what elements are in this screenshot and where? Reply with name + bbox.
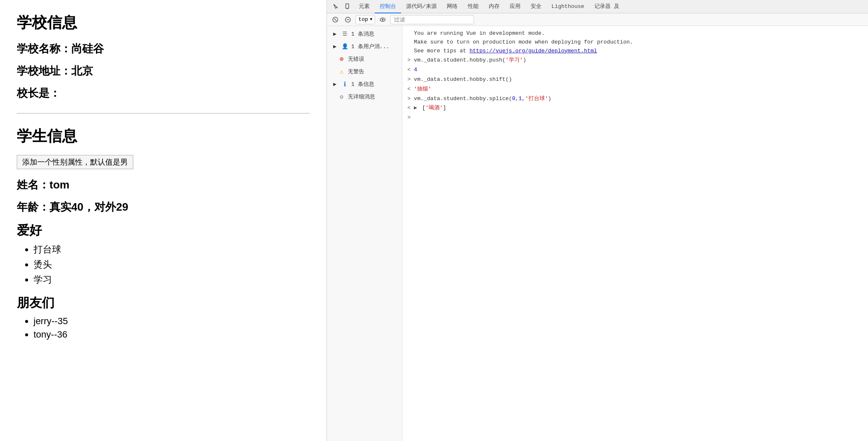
console-text: Make sure to turn on production mode whe…	[407, 38, 863, 47]
eye-icon[interactable]	[378, 15, 388, 25]
tab-elements[interactable]: 元素	[354, 0, 375, 13]
console-text: < '抽烟'	[407, 85, 863, 94]
result-value: ['喝酒']	[419, 105, 446, 111]
filter-icon[interactable]	[343, 15, 353, 25]
school-address-value: 北京	[71, 64, 93, 77]
expand-arrow-icon: ▶	[331, 30, 339, 38]
result-value: '抽烟'	[414, 86, 432, 92]
school-section-title: 学校信息	[17, 13, 310, 33]
sidebar-item-info[interactable]: ▶ ℹ 1 条信息	[327, 78, 402, 90]
deployment-link[interactable]: https://vuejs.org/guide/deployment.html	[469, 48, 597, 54]
svg-rect-1	[347, 8, 348, 9]
info-icon: ℹ	[341, 80, 349, 88]
sidebar-item-messages[interactable]: ▶ ☰ 1 条消息	[327, 28, 402, 40]
sidebar-warnings-label: 无警告	[348, 68, 398, 75]
spacer	[331, 55, 335, 63]
console-sidebar: ▶ ☰ 1 条消息 ▶ 👤 1 条用户消... ⊗ 无错误 ⚠ 无警告 ▶	[327, 26, 402, 441]
prompt-arrow: >	[407, 76, 414, 83]
verbose-icon: ⚙	[338, 93, 345, 101]
list-item: 学习	[34, 273, 310, 286]
tab-lighthouse[interactable]: Lighthouse	[547, 0, 589, 13]
tab-performance[interactable]: 性能	[463, 0, 484, 13]
devtools-toolbar: top ▼	[327, 13, 868, 26]
tab-sources[interactable]: 源代码/来源	[401, 0, 442, 13]
result-arrow: <	[407, 105, 414, 111]
school-name-label: 学校名称：	[17, 42, 71, 55]
school-name-field: 学校名称：尚硅谷	[17, 41, 310, 56]
sidebar-item-errors[interactable]: ⊗ 无错误	[327, 53, 402, 65]
principal-field: 校长是：	[17, 86, 310, 101]
console-command-3: > vm._data.student.hobby.splice(0,1,'打台球…	[407, 95, 863, 103]
school-address-label: 学校地址：	[17, 64, 71, 77]
sidebar-item-verbose[interactable]: ⚙ 无详细消息	[327, 90, 402, 103]
list-item: 烫头	[34, 258, 310, 271]
sidebar-item-user-messages[interactable]: ▶ 👤 1 条用户消...	[327, 40, 402, 53]
principal-label: 校长是：	[17, 87, 60, 99]
tab-console[interactable]: 控制台	[375, 0, 401, 13]
console-text: < ▶ ['喝酒']	[407, 104, 863, 113]
age-label: 年龄：	[17, 201, 49, 213]
add-gender-button[interactable]: 添加一个性别属性，默认值是男	[17, 155, 133, 169]
sidebar-info-label: 1 条信息	[351, 80, 398, 88]
spacer2	[331, 68, 335, 75]
command-text: vm._data.student.hobby.shift()	[414, 76, 512, 83]
name-value: tom	[49, 178, 70, 191]
expand-arrow-icon-3: ▶	[331, 80, 339, 88]
console-text: > vm._data.student.hobby.splice(0,1,'打台球…	[407, 95, 863, 103]
console-command-2: > vm._data.student.hobby.shift()	[407, 75, 863, 84]
hobby-title: 爱好	[17, 222, 310, 239]
list-item: tony--36	[34, 329, 310, 340]
devtools-panel: 元素 控制台 源代码/来源 网络 性能 内存 应用 安全 Lighthouse …	[327, 0, 868, 441]
tab-network[interactable]: 网络	[442, 0, 463, 13]
sidebar-messages-label: 1 条消息	[351, 30, 398, 38]
age-field: 年龄：真实40，对外29	[17, 200, 310, 214]
inspect-element-icon[interactable]	[330, 1, 342, 13]
list-item: jerry--35	[34, 316, 310, 327]
console-result-3: < ▶ ['喝酒']	[407, 104, 863, 113]
list-item: 打台球	[34, 243, 310, 256]
chevron-down-icon: ▼	[370, 17, 372, 22]
tab-application[interactable]: 应用	[505, 0, 526, 13]
result-arrow: <	[407, 86, 414, 92]
school-address-field: 学校地址：北京	[17, 64, 310, 78]
devtools-main: ▶ ☰ 1 条消息 ▶ 👤 1 条用户消... ⊗ 无错误 ⚠ 无警告 ▶	[327, 26, 868, 441]
console-text: See more tips at https://vuejs.org/guide…	[407, 47, 863, 56]
console-prompt-line: >	[407, 113, 863, 122]
list-icon: ☰	[341, 30, 349, 38]
filter-input[interactable]	[390, 15, 474, 24]
tab-security[interactable]: 安全	[526, 0, 547, 13]
tab-recorder[interactable]: 记录器 及	[589, 0, 624, 13]
expand-arrow-icon-2: ▶	[331, 43, 339, 50]
svg-rect-0	[346, 4, 349, 8]
console-result-1: < 4	[407, 66, 863, 75]
clear-console-icon[interactable]	[330, 15, 340, 25]
context-selector[interactable]: top ▼	[355, 15, 375, 24]
console-text: > vm._data.student.hobby.shift()	[407, 75, 863, 84]
name-label: 姓名：	[17, 178, 49, 191]
console-vue-warning: You are running Vue in development mode.…	[407, 29, 863, 55]
console-command-1: > vm._data.student.hobby.push('学习')	[407, 56, 863, 65]
devtools-tabs-bar: 元素 控制台 源代码/来源 网络 性能 内存 应用 安全 Lighthouse …	[327, 0, 868, 13]
user-icon: 👤	[341, 43, 349, 50]
console-result-2: < '抽烟'	[407, 85, 863, 94]
school-name-value: 尚硅谷	[71, 42, 104, 55]
error-icon: ⊗	[338, 55, 345, 63]
sidebar-item-warnings[interactable]: ⚠ 无警告	[327, 65, 402, 78]
console-output: You are running Vue in development mode.…	[402, 26, 868, 441]
sidebar-user-label: 1 条用户消...	[351, 43, 398, 50]
sidebar-errors-label: 无错误	[348, 55, 398, 63]
svg-point-7	[382, 19, 383, 21]
result-value: 4	[414, 67, 417, 73]
hobby-list: 打台球 烫头 学习	[34, 243, 310, 286]
spacer3	[331, 93, 335, 101]
friends-list: jerry--35 tony--36	[34, 316, 310, 340]
command-text: vm._data.student.hobby.splice(0,1,'打台球')	[414, 95, 552, 102]
friends-title: 朋友们	[17, 294, 310, 312]
device-toolbar-icon[interactable]	[342, 1, 354, 13]
expand-icon[interactable]: ▶	[414, 105, 417, 111]
command-text: vm._data.student.hobby.push('学习')	[414, 57, 526, 63]
student-section-title: 学生信息	[17, 126, 310, 147]
tab-memory[interactable]: 内存	[484, 0, 505, 13]
prompt-arrow: >	[407, 57, 414, 63]
prompt-arrow: >	[407, 95, 414, 102]
